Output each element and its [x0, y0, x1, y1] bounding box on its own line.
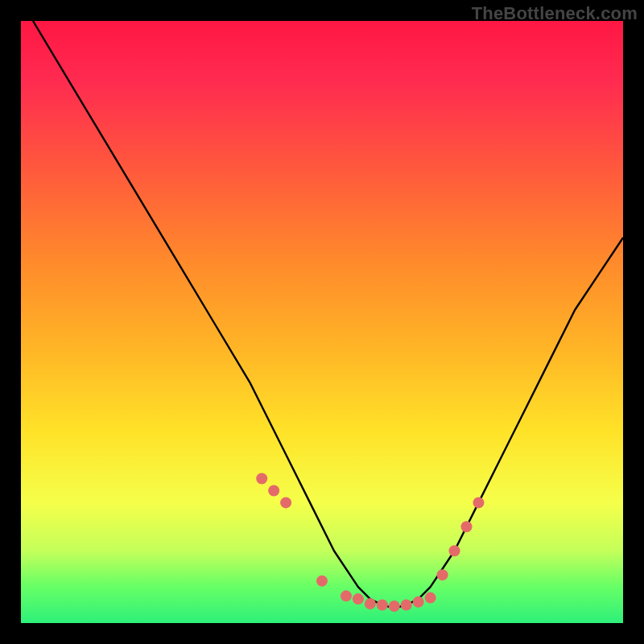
chart-frame: TheBottleneck.com	[0, 0, 644, 644]
curve-canvas	[21, 21, 623, 623]
plot-area	[21, 21, 623, 623]
watermark-text: TheBottleneck.com	[472, 3, 638, 24]
